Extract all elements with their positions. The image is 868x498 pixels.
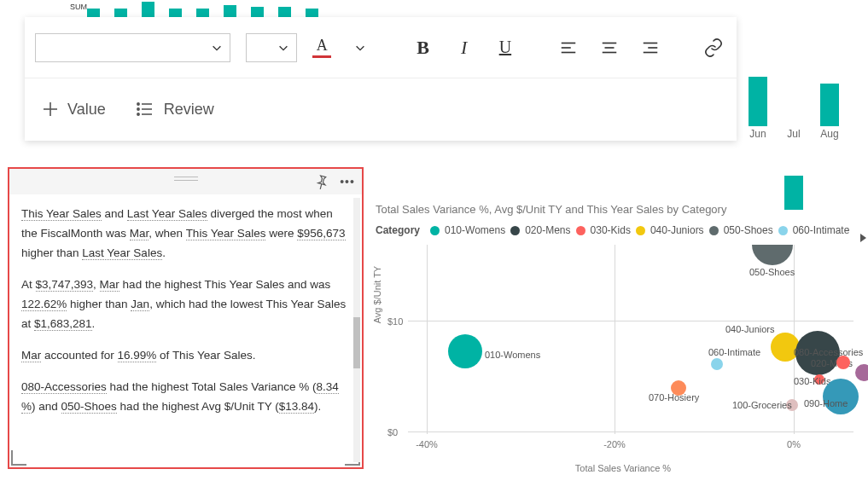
x-tick: 0% (787, 439, 801, 449)
chart-legend: Category 010-Womens 020-Mens 030-Kids 04… (376, 224, 859, 236)
month-jun: Jun (745, 128, 771, 139)
insert-link-button[interactable] (701, 32, 726, 63)
scatter-chart[interactable]: Total Sales Variance %, Avg $/Unit TY an… (376, 203, 859, 485)
visual-header: ••• (9, 169, 362, 194)
sum-label: SUM (70, 3, 87, 11)
svg-point-15 (137, 113, 139, 116)
x-tick: -40% (416, 439, 438, 449)
pin-icon (314, 174, 329, 189)
bubble-label: 090-Home (804, 398, 848, 408)
scrollbar-thumb[interactable] (353, 317, 360, 368)
align-left-button[interactable] (556, 32, 581, 63)
x-axis-label: Total Sales Variance % (575, 463, 671, 473)
bubble-extra[interactable] (855, 364, 868, 381)
bubble-label: 080-Accessories (794, 347, 863, 357)
narrative-visual[interactable]: ••• This Year Sales and Last Year Sales … (8, 167, 364, 469)
list-icon (135, 99, 155, 119)
bubble-shoes[interactable] (752, 245, 793, 265)
underline-button[interactable]: U (492, 32, 518, 63)
scatter-plot-area: Avg $/Unit TY Total Sales Variance % -40… (393, 245, 853, 449)
bubble-home[interactable] (823, 379, 859, 414)
font-color-dropdown[interactable] (347, 32, 373, 63)
bubble-label: 100-Groceries (732, 400, 792, 410)
value-label: Value (67, 101, 106, 119)
legend-item[interactable]: 040-Juniors (650, 224, 704, 236)
legend-title: Category (376, 224, 420, 236)
bubble-intimate[interactable] (711, 358, 723, 370)
review-label: Review (164, 101, 214, 119)
chevron-down-icon (211, 42, 223, 54)
chart-title: Total Sales Variance %, Avg $/Unit TY an… (376, 203, 859, 216)
bubble-label: 010-Womens (485, 350, 540, 360)
font-color-button[interactable]: A (312, 32, 332, 63)
review-button[interactable]: Review (128, 99, 221, 119)
chevron-down-icon (354, 42, 366, 54)
legend-item[interactable]: 010-Womens (445, 224, 505, 236)
month-jul: Jul (781, 128, 807, 139)
pin-button[interactable] (312, 172, 331, 191)
ellipsis-icon: ••• (340, 175, 355, 188)
bubble-womens[interactable] (448, 334, 482, 368)
bubble-label: 030-Kids (794, 376, 830, 386)
scrollbar[interactable] (353, 198, 360, 462)
narrative-text[interactable]: This Year Sales and Last Year Sales dive… (9, 194, 362, 467)
more-options-button[interactable]: ••• (338, 172, 357, 191)
format-toolbar: A B I U Value (25, 17, 737, 141)
legend-next-button[interactable] (860, 234, 866, 242)
italic-button[interactable]: I (451, 32, 477, 63)
y-axis-label: Avg $/Unit TY (372, 266, 382, 323)
bold-button[interactable]: B (410, 32, 435, 63)
add-value-button[interactable]: Value (35, 101, 113, 119)
font-size-select[interactable] (246, 33, 297, 62)
svg-point-11 (137, 103, 139, 106)
legend-item[interactable]: 020-Mens (525, 224, 570, 236)
bubble-label: 070-Hosiery (649, 392, 699, 402)
legend-item[interactable]: 050-Shoes (724, 224, 773, 236)
bubble-label: 050-Shoes (749, 267, 795, 277)
font-family-select[interactable] (35, 33, 230, 62)
legend-item[interactable]: 030-Kids (591, 224, 631, 236)
month-bar-chart: Jun Jul Aug (740, 34, 851, 136)
grip-icon[interactable] (174, 177, 198, 181)
bubble-label: 040-Juniors (725, 324, 774, 334)
bubble-label: 060-Intimate (708, 347, 760, 357)
plus-icon (42, 101, 59, 118)
align-center-button[interactable] (597, 32, 622, 63)
color-bar-icon (312, 55, 331, 58)
align-right-button[interactable] (638, 32, 663, 63)
font-color-letter: A (317, 37, 328, 55)
chevron-down-icon (277, 42, 289, 54)
legend-item[interactable]: 060-Intimate (793, 224, 850, 236)
svg-point-13 (137, 108, 139, 111)
bubble-accessories[interactable] (836, 356, 850, 369)
y-tick: $0 (387, 427, 398, 437)
x-tick: -20% (603, 439, 626, 449)
y-tick: $10 (387, 316, 403, 327)
month-aug: Aug (817, 128, 842, 139)
